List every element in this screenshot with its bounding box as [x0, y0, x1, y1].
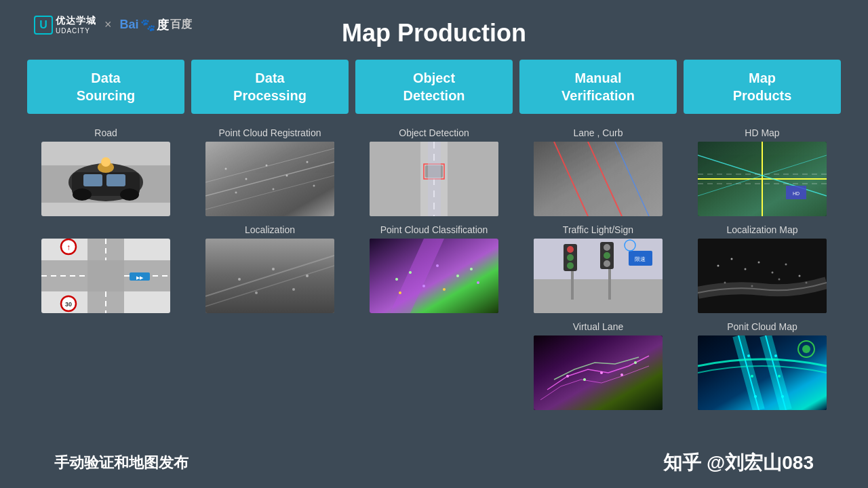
svg-point-65 — [477, 281, 479, 284]
tl-image: 限速 — [534, 239, 663, 313]
svg-rect-73 — [534, 279, 663, 313]
pcr-label: Point Cloud Registration — [219, 127, 321, 138]
svg-point-123 — [781, 395, 784, 398]
svg-point-92 — [583, 378, 586, 381]
pcm-label: Ponit Cloud Map — [727, 321, 797, 332]
svg-rect-104 — [698, 239, 827, 313]
loc-image — [205, 239, 334, 313]
pcm-image — [698, 336, 827, 410]
svg-text:▶▶: ▶▶ — [136, 275, 144, 280]
svg-point-7 — [120, 188, 139, 201]
svg-point-105 — [717, 265, 719, 267]
svg-point-114 — [778, 279, 781, 281]
svg-point-64 — [443, 288, 446, 291]
svg-rect-67 — [534, 142, 663, 216]
card-point-cloud-class: Point Cloud Classification — [355, 224, 513, 313]
svg-point-82 — [604, 252, 610, 259]
svg-point-58 — [409, 271, 412, 274]
lm-svg — [698, 239, 827, 313]
svg-rect-88 — [534, 336, 663, 410]
svg-point-34 — [307, 161, 309, 163]
svg-point-57 — [395, 278, 398, 281]
svg-point-121 — [778, 375, 781, 378]
baidu-cn: 百度 — [170, 18, 192, 32]
pipeline-step-manual-verification[interactable]: Manual Verification — [519, 60, 677, 114]
svg-text:HD: HD — [793, 191, 800, 196]
svg-point-79 — [567, 262, 574, 269]
svg-point-6 — [73, 188, 92, 201]
watermark-right: 知乎 @刘宏山083 — [663, 450, 814, 476]
vl-image — [534, 336, 663, 410]
svg-point-61 — [456, 274, 459, 277]
pcr-image — [205, 142, 334, 216]
bottom-watermarks: 手动验证和地图发布 知乎 @刘宏山083 — [0, 450, 868, 476]
lm-label: Localization Map — [726, 224, 797, 235]
svg-point-109 — [772, 272, 774, 274]
svg-point-83 — [604, 260, 610, 267]
loc-svg — [205, 239, 334, 313]
svg-text:限速: 限速 — [635, 256, 646, 262]
svg-text:↑: ↑ — [66, 243, 71, 252]
card-obj-detection: Object Detection — [355, 127, 513, 216]
svg-point-110 — [785, 264, 787, 266]
baidu-text2: 度 — [157, 17, 169, 33]
card-road: Road — [27, 127, 184, 216]
svg-rect-53 — [448, 142, 498, 216]
svg-rect-5 — [106, 174, 125, 186]
pcm-svg — [698, 336, 827, 410]
tl-label: Traffic Light/Sign — [563, 224, 633, 235]
svg-point-45 — [255, 291, 258, 294]
intersection-svg: ↑ 30 ▶▶ — [41, 239, 170, 313]
svg-point-81 — [604, 244, 610, 251]
col-data-sourcing: Road — [27, 127, 184, 410]
od-image — [370, 142, 498, 216]
svg-point-111 — [799, 275, 801, 277]
hdm-svg: HD — [698, 142, 827, 216]
lc-label: Lane , Curb — [573, 127, 623, 138]
udacity-icon: U — [34, 16, 53, 35]
pipeline-step-data-processing[interactable]: Data Processing — [191, 60, 349, 114]
svg-point-30 — [225, 168, 227, 170]
svg-point-31 — [245, 178, 248, 180]
card-localization: Localization — [191, 224, 349, 313]
pipeline-step-data-sourcing[interactable]: Data Sourcing — [27, 60, 184, 114]
vl-svg — [534, 336, 663, 410]
svg-point-33 — [286, 175, 288, 177]
logo-area: U 优达学城 UDACITY × Bai🐾度 百度 — [34, 15, 192, 35]
udacity-logo: U 优达学城 UDACITY — [34, 15, 96, 35]
svg-rect-4 — [83, 174, 102, 186]
od-svg — [370, 142, 498, 216]
svg-rect-52 — [370, 142, 420, 216]
svg-point-63 — [399, 291, 401, 294]
svg-point-89 — [566, 375, 569, 378]
card-point-cloud-map: Ponit Cloud Map — [684, 321, 841, 410]
svg-point-37 — [313, 185, 315, 187]
udacity-sub: UDACITY — [56, 27, 96, 35]
svg-point-122 — [754, 395, 757, 398]
svg-point-93 — [620, 373, 623, 376]
card-point-cloud-reg: Point Cloud Registration — [191, 127, 349, 216]
card-virtual-lane: Virtual Lane — [519, 321, 677, 410]
svg-point-32 — [266, 165, 268, 167]
svg-point-59 — [422, 285, 425, 287]
baidu-paw-icon: 🐾 — [140, 18, 155, 33]
svg-point-46 — [292, 288, 295, 291]
card-hd-map: HD Map — [684, 127, 841, 216]
svg-point-125 — [802, 345, 810, 353]
pipeline-steps: Data Sourcing Data Processing Object Det… — [0, 60, 868, 114]
udacity-name: 优达学城 — [56, 15, 96, 27]
svg-point-108 — [758, 262, 760, 264]
pipeline-step-map-products[interactable]: Map Products — [684, 60, 841, 114]
svg-point-42 — [238, 278, 241, 281]
col-manual-verification: Lane , Curb — [519, 127, 677, 410]
road-svg — [41, 142, 170, 216]
hdm-label: HD Map — [745, 127, 779, 138]
udacity-text: 优达学城 UDACITY — [56, 15, 96, 35]
baidu-logo: Bai🐾度 百度 — [120, 17, 192, 33]
svg-point-90 — [600, 371, 603, 374]
svg-point-9 — [101, 157, 111, 167]
card-traffic-light: Traffic Light/Sign — [519, 224, 677, 313]
card-lane-curb: Lane , Curb — [519, 127, 677, 216]
pipeline-step-object-detection[interactable]: Object Detection — [355, 60, 513, 114]
svg-point-36 — [273, 188, 275, 190]
